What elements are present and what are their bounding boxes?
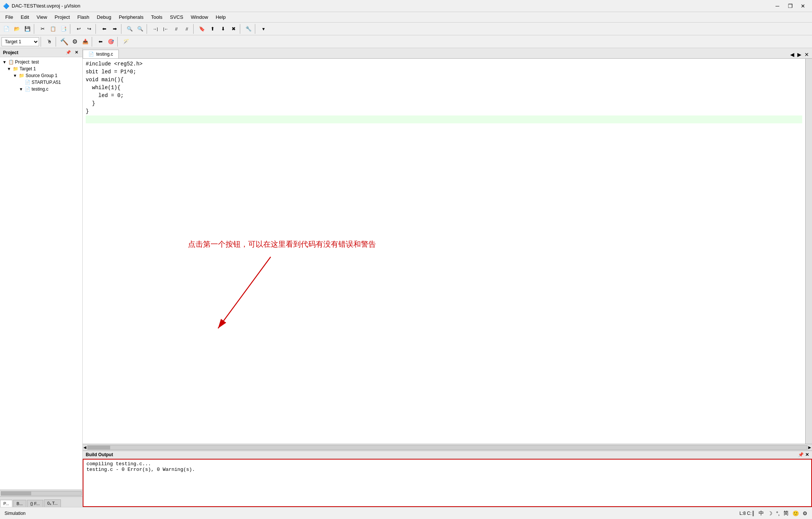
project-hscroll-track[interactable] xyxy=(1,491,82,496)
menu-peripherals[interactable]: Peripherals xyxy=(115,13,147,21)
expander-target1[interactable]: ▼ xyxy=(6,67,12,71)
statusbar-simplified-icon[interactable]: 简 xyxy=(783,510,789,517)
undo-button[interactable]: ↩ xyxy=(74,24,83,34)
tree-item-testingc[interactable]: ▼ 📄 testing.c xyxy=(0,86,82,93)
nav-back-button[interactable]: ⬅ xyxy=(99,24,109,34)
line-content-3: void main(){ xyxy=(86,76,124,84)
main-layout: Project 📌 ✕ ▼ 📋 Project: test ▼ 📁 xyxy=(0,48,812,507)
outdent-button[interactable]: |← xyxy=(161,24,171,34)
toolbar-separator-4 xyxy=(121,24,123,34)
expander-source-group[interactable]: ▼ xyxy=(12,73,18,78)
cut-button[interactable]: ✂ xyxy=(38,24,47,34)
build-output-title: Build Output xyxy=(86,452,113,457)
clear-bookmarks-button[interactable]: ✖ xyxy=(229,24,238,34)
code-editor[interactable]: #include <reg52.h> sbit led = P1^0; void… xyxy=(83,59,805,444)
tree-item-startup[interactable]: 📄 STARTUP.A51 xyxy=(0,79,82,86)
download-button[interactable]: 📥 xyxy=(80,37,90,47)
copy-button[interactable]: 📋 xyxy=(48,24,58,34)
menu-window[interactable]: Window xyxy=(187,13,212,21)
menu-help[interactable]: Help xyxy=(212,13,230,21)
tree-item-source-group[interactable]: ▼ 📁 Source Group 1 xyxy=(0,72,82,79)
expander-testingc[interactable]: ▼ xyxy=(18,87,24,91)
debug-options-button[interactable]: 🎯 xyxy=(106,37,116,47)
editor-tabs-list: 📄 testing.c xyxy=(83,50,120,58)
menu-project[interactable]: Project xyxy=(51,13,73,21)
project-panel-pin[interactable]: 📌 xyxy=(65,50,72,55)
code-line-5: led = 0; xyxy=(86,92,802,100)
menu-debug[interactable]: Debug xyxy=(93,13,115,21)
expander-project[interactable]: ▼ xyxy=(2,60,8,64)
statusbar-settings-icon[interactable]: ⚙ xyxy=(803,510,807,516)
tab-books[interactable]: B... xyxy=(13,500,26,507)
hscroll-right-btn[interactable]: ▶ xyxy=(808,445,811,449)
toolbar-separator-2 xyxy=(70,24,72,34)
build-output-text: compiling testing.c... testing.c - 0 Err… xyxy=(83,459,812,507)
project-panel-close[interactable]: ✕ xyxy=(74,50,79,55)
build-close-btn[interactable]: ✕ xyxy=(805,452,809,457)
build-button[interactable]: 🔨 xyxy=(59,37,69,47)
cursor-button[interactable]: 🖱 xyxy=(44,37,54,47)
menu-edit[interactable]: Edit xyxy=(17,13,33,21)
menu-tools[interactable]: Tools xyxy=(147,13,166,21)
find-button[interactable]: 🔍 xyxy=(135,24,145,34)
nav-forward-button[interactable]: ➡ xyxy=(110,24,120,34)
editor-tab-right-arrow[interactable]: ▶ xyxy=(797,51,802,58)
redo-button[interactable]: ↪ xyxy=(84,24,94,34)
tab-project[interactable]: P... xyxy=(0,500,12,507)
maximize-button[interactable]: ❐ xyxy=(784,1,796,11)
new-file-button[interactable]: 📄 xyxy=(2,24,11,34)
tab-templates[interactable]: 0ₐ T... xyxy=(44,499,61,507)
wizard-button[interactable]: 🪄 xyxy=(121,37,131,47)
debug-start-button[interactable]: ⬅ xyxy=(95,37,105,47)
menu-svcs[interactable]: SVCS xyxy=(166,13,187,21)
tree-item-target1[interactable]: ▼ 📁 Target 1 xyxy=(0,65,82,72)
tree-item-project[interactable]: ▼ 📋 Project: test xyxy=(0,59,82,65)
rebuild-button[interactable]: ⚙ xyxy=(70,37,80,47)
menu-flash[interactable]: Flash xyxy=(74,13,93,21)
menu-view[interactable]: View xyxy=(33,13,51,21)
code-line-4: while(1){ xyxy=(86,84,802,92)
toolbar-separator-3 xyxy=(95,24,98,34)
settings-button[interactable]: 🔧 xyxy=(244,24,253,34)
editor-vscroll[interactable] xyxy=(805,59,812,444)
search-button[interactable]: 🔍 xyxy=(125,24,135,34)
editor-hscroll: ◀ ▶ xyxy=(83,444,812,451)
toolbar-separator-1 xyxy=(34,24,36,34)
tab-functions[interactable]: {} F... xyxy=(27,500,43,507)
statusbar-moon-icon[interactable]: ☽ xyxy=(768,510,773,516)
editor-tabbar: 📄 testing.c ◀ ▶ ✕ xyxy=(83,48,812,59)
build-pin-btn[interactable]: 📌 xyxy=(798,452,804,457)
bookmark-button[interactable]: 🔖 xyxy=(197,24,207,34)
statusbar-position: L:8 C:║ xyxy=(739,511,755,516)
toolbar-secondary: Target 1 🖱 🔨 ⚙ 📥 ⬅ 🎯 🪄 xyxy=(0,35,812,48)
prev-bookmark-button[interactable]: ⬆ xyxy=(208,24,217,34)
statusbar-punctuation-icon[interactable]: °, xyxy=(776,510,780,516)
statusbar-chinese-icon[interactable]: 中 xyxy=(759,510,764,517)
toolbar-separator-8 xyxy=(255,24,257,34)
save-button[interactable]: 💾 xyxy=(23,24,32,34)
paste-button[interactable]: 📑 xyxy=(59,24,68,34)
build-line-1: compiling testing.c... xyxy=(86,461,808,467)
uncomment-button[interactable]: // xyxy=(182,24,192,34)
editor-tab-testingc[interactable]: 📄 testing.c xyxy=(83,50,119,58)
code-line-1: #include <reg52.h> xyxy=(86,60,802,68)
indent-button[interactable]: →| xyxy=(150,24,160,34)
comment-button[interactable]: // xyxy=(171,24,181,34)
next-bookmark-button[interactable]: ⬇ xyxy=(218,24,228,34)
editor-tab-close[interactable]: ✕ xyxy=(804,51,810,58)
hscroll-left-btn[interactable]: ◀ xyxy=(83,445,86,449)
target-dropdown[interactable]: Target 1 xyxy=(2,37,39,46)
statusbar: Simulation L:8 C:║ 中 ☽ °, 简 🙂 ⚙ xyxy=(0,507,812,519)
close-button[interactable]: ✕ xyxy=(797,1,809,11)
line-content-2: sbit led = P1^0; xyxy=(86,68,136,76)
target-selector-icon[interactable]: ▼ xyxy=(259,24,268,34)
minimize-button[interactable]: ─ xyxy=(771,1,783,11)
statusbar-emoji-icon[interactable]: 🙂 xyxy=(792,510,799,516)
project-hscroll xyxy=(0,490,82,496)
toolbar2-separator-4 xyxy=(117,37,120,47)
project-panel-title: Project xyxy=(3,50,18,55)
editor-tab-left-arrow[interactable]: ◀ xyxy=(789,51,795,58)
menu-file[interactable]: File xyxy=(2,13,17,21)
hscroll-track[interactable] xyxy=(87,445,807,450)
open-file-button[interactable]: 📂 xyxy=(12,24,22,34)
